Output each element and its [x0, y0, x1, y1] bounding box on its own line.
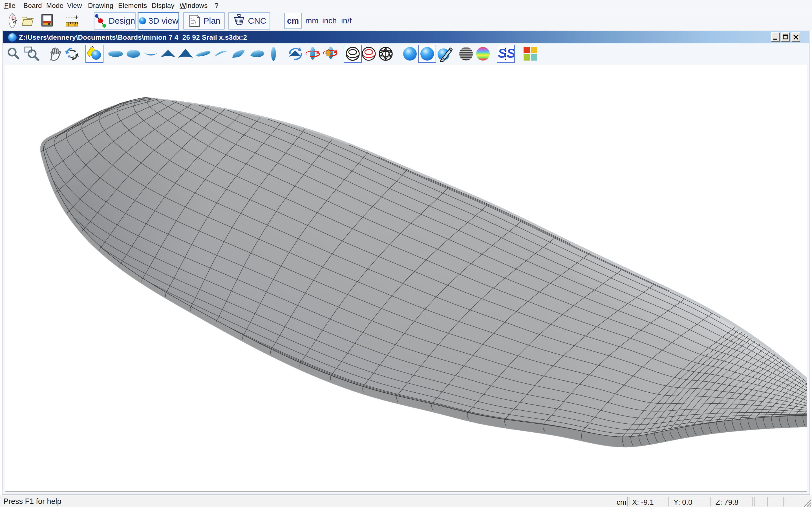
svg-text:S: S	[498, 46, 507, 61]
svg-text:1: 1	[68, 23, 69, 26]
svg-text:0: 0	[74, 23, 76, 26]
svg-text:S: S	[507, 46, 514, 61]
